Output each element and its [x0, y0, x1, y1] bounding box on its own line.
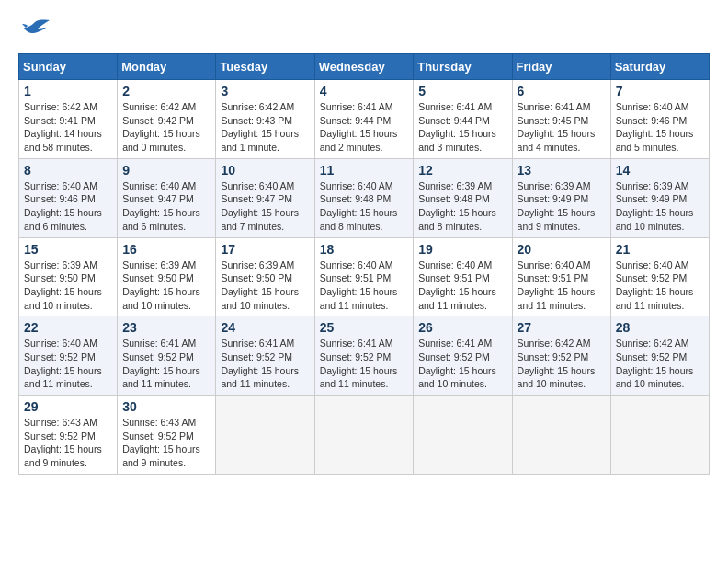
day-number: 4 [320, 84, 409, 98]
day-info: Sunrise: 6:40 AM Sunset: 9:51 PM Dayligh… [320, 259, 409, 313]
day-number: 12 [418, 163, 506, 178]
day-info: Sunrise: 6:41 AM Sunset: 9:52 PM Dayligh… [122, 337, 210, 391]
calendar-cell [512, 396, 610, 475]
day-header-monday: Monday [118, 54, 216, 80]
calendar-week-1: 1 Sunrise: 6:42 AM Sunset: 9:41 PM Dayli… [19, 80, 710, 159]
calendar-cell: 12 Sunrise: 6:39 AM Sunset: 9:48 PM Dayl… [414, 158, 512, 237]
day-header-saturday: Saturday [610, 54, 709, 80]
day-info: Sunrise: 6:41 AM Sunset: 9:52 PM Dayligh… [320, 337, 409, 391]
day-number: 2 [122, 84, 210, 98]
calendar-cell: 24 Sunrise: 6:41 AM Sunset: 9:52 PM Dayl… [216, 316, 314, 396]
calendar-cell: 25 Sunrise: 6:41 AM Sunset: 9:52 PM Dayl… [314, 316, 414, 396]
day-info: Sunrise: 6:40 AM Sunset: 9:48 PM Dayligh… [320, 179, 409, 234]
calendar-cell: 4 Sunrise: 6:41 AM Sunset: 9:44 PM Dayli… [314, 80, 414, 159]
page-header [18, 18, 710, 44]
calendar-week-3: 15 Sunrise: 6:39 AM Sunset: 9:50 PM Dayl… [19, 237, 710, 316]
day-number: 7 [616, 84, 704, 98]
calendar-cell: 30 Sunrise: 6:43 AM Sunset: 9:52 PM Dayl… [118, 396, 216, 475]
day-number: 8 [24, 163, 112, 178]
calendar-cell: 6 Sunrise: 6:41 AM Sunset: 9:45 PM Dayli… [512, 80, 610, 159]
logo [18, 18, 55, 44]
calendar-cell: 9 Sunrise: 6:40 AM Sunset: 9:47 PM Dayli… [118, 158, 216, 237]
calendar-cell: 27 Sunrise: 6:42 AM Sunset: 9:52 PM Dayl… [512, 316, 610, 396]
calendar-cell: 1 Sunrise: 6:42 AM Sunset: 9:41 PM Dayli… [19, 80, 118, 159]
day-number: 3 [221, 84, 309, 98]
day-number: 17 [221, 242, 309, 257]
day-header-thursday: Thursday [414, 54, 512, 80]
calendar-cell: 16 Sunrise: 6:39 AM Sunset: 9:50 PM Dayl… [118, 237, 216, 316]
day-number: 26 [418, 320, 506, 335]
calendar-cell: 22 Sunrise: 6:40 AM Sunset: 9:52 PM Dayl… [19, 316, 118, 396]
day-info: Sunrise: 6:42 AM Sunset: 9:43 PM Dayligh… [221, 100, 309, 155]
day-number: 1 [24, 84, 112, 98]
calendar-cell: 21 Sunrise: 6:40 AM Sunset: 9:52 PM Dayl… [610, 237, 709, 316]
day-number: 19 [418, 242, 506, 257]
day-number: 6 [518, 84, 606, 98]
day-info: Sunrise: 6:42 AM Sunset: 9:42 PM Dayligh… [122, 100, 210, 155]
day-info: Sunrise: 6:40 AM Sunset: 9:46 PM Dayligh… [616, 100, 704, 155]
calendar-cell: 14 Sunrise: 6:39 AM Sunset: 9:49 PM Dayl… [610, 158, 709, 237]
day-number: 14 [616, 163, 704, 178]
day-info: Sunrise: 6:39 AM Sunset: 9:50 PM Dayligh… [24, 259, 112, 313]
calendar-cell [414, 396, 512, 475]
calendar-cell [314, 396, 414, 475]
day-number: 23 [122, 320, 210, 335]
calendar-cell: 18 Sunrise: 6:40 AM Sunset: 9:51 PM Dayl… [314, 237, 414, 316]
day-info: Sunrise: 6:40 AM Sunset: 9:51 PM Dayligh… [518, 259, 606, 313]
calendar-cell: 7 Sunrise: 6:40 AM Sunset: 9:46 PM Dayli… [610, 80, 709, 159]
day-info: Sunrise: 6:39 AM Sunset: 9:50 PM Dayligh… [122, 259, 210, 313]
day-number: 16 [122, 242, 210, 257]
day-info: Sunrise: 6:41 AM Sunset: 9:44 PM Dayligh… [320, 100, 409, 155]
day-number: 30 [122, 399, 210, 414]
day-header-friday: Friday [512, 54, 610, 80]
day-number: 10 [221, 163, 309, 178]
day-info: Sunrise: 6:41 AM Sunset: 9:44 PM Dayligh… [418, 100, 506, 155]
day-info: Sunrise: 6:42 AM Sunset: 9:41 PM Dayligh… [24, 100, 112, 155]
calendar-cell: 5 Sunrise: 6:41 AM Sunset: 9:44 PM Dayli… [414, 80, 512, 159]
calendar-cell: 17 Sunrise: 6:39 AM Sunset: 9:50 PM Dayl… [216, 237, 314, 316]
calendar-cell: 28 Sunrise: 6:42 AM Sunset: 9:52 PM Dayl… [610, 316, 709, 396]
day-number: 13 [518, 163, 606, 178]
calendar-cell: 2 Sunrise: 6:42 AM Sunset: 9:42 PM Dayli… [118, 80, 216, 159]
calendar-cell: 29 Sunrise: 6:43 AM Sunset: 9:52 PM Dayl… [19, 396, 118, 475]
day-number: 22 [24, 320, 112, 335]
day-info: Sunrise: 6:39 AM Sunset: 9:49 PM Dayligh… [616, 179, 704, 234]
day-info: Sunrise: 6:42 AM Sunset: 9:52 PM Dayligh… [616, 337, 704, 391]
logo-icon [18, 18, 51, 44]
day-number: 5 [418, 84, 506, 98]
day-info: Sunrise: 6:39 AM Sunset: 9:49 PM Dayligh… [518, 179, 606, 234]
calendar-cell [216, 396, 314, 475]
calendar-week-5: 29 Sunrise: 6:43 AM Sunset: 9:52 PM Dayl… [19, 396, 710, 475]
calendar-cell: 10 Sunrise: 6:40 AM Sunset: 9:47 PM Dayl… [216, 158, 314, 237]
day-number: 11 [320, 163, 409, 178]
day-header-wednesday: Wednesday [314, 54, 414, 80]
calendar-cell: 11 Sunrise: 6:40 AM Sunset: 9:48 PM Dayl… [314, 158, 414, 237]
calendar-header-row: SundayMondayTuesdayWednesdayThursdayFrid… [19, 54, 710, 80]
day-number: 18 [320, 242, 409, 257]
day-info: Sunrise: 6:39 AM Sunset: 9:48 PM Dayligh… [418, 179, 506, 234]
day-number: 27 [518, 320, 606, 335]
day-info: Sunrise: 6:40 AM Sunset: 9:47 PM Dayligh… [221, 179, 309, 234]
calendar-cell: 13 Sunrise: 6:39 AM Sunset: 9:49 PM Dayl… [512, 158, 610, 237]
calendar-table: SundayMondayTuesdayWednesdayThursdayFrid… [18, 53, 710, 475]
day-info: Sunrise: 6:40 AM Sunset: 9:46 PM Dayligh… [24, 179, 112, 234]
calendar-week-2: 8 Sunrise: 6:40 AM Sunset: 9:46 PM Dayli… [19, 158, 710, 237]
day-info: Sunrise: 6:43 AM Sunset: 9:52 PM Dayligh… [24, 416, 112, 470]
day-number: 20 [518, 242, 606, 257]
day-info: Sunrise: 6:41 AM Sunset: 9:52 PM Dayligh… [221, 337, 309, 391]
calendar-cell: 8 Sunrise: 6:40 AM Sunset: 9:46 PM Dayli… [19, 158, 118, 237]
day-number: 9 [122, 163, 210, 178]
day-header-sunday: Sunday [19, 54, 118, 80]
day-info: Sunrise: 6:40 AM Sunset: 9:47 PM Dayligh… [122, 179, 210, 234]
day-info: Sunrise: 6:40 AM Sunset: 9:52 PM Dayligh… [616, 259, 704, 313]
calendar-body: 1 Sunrise: 6:42 AM Sunset: 9:41 PM Dayli… [19, 80, 710, 475]
day-number: 28 [616, 320, 704, 335]
day-info: Sunrise: 6:40 AM Sunset: 9:51 PM Dayligh… [418, 259, 506, 313]
day-number: 24 [221, 320, 309, 335]
day-number: 29 [24, 399, 112, 414]
calendar-cell: 20 Sunrise: 6:40 AM Sunset: 9:51 PM Dayl… [512, 237, 610, 316]
calendar-cell: 3 Sunrise: 6:42 AM Sunset: 9:43 PM Dayli… [216, 80, 314, 159]
calendar-cell [610, 396, 709, 475]
day-number: 25 [320, 320, 409, 335]
calendar-cell: 23 Sunrise: 6:41 AM Sunset: 9:52 PM Dayl… [118, 316, 216, 396]
